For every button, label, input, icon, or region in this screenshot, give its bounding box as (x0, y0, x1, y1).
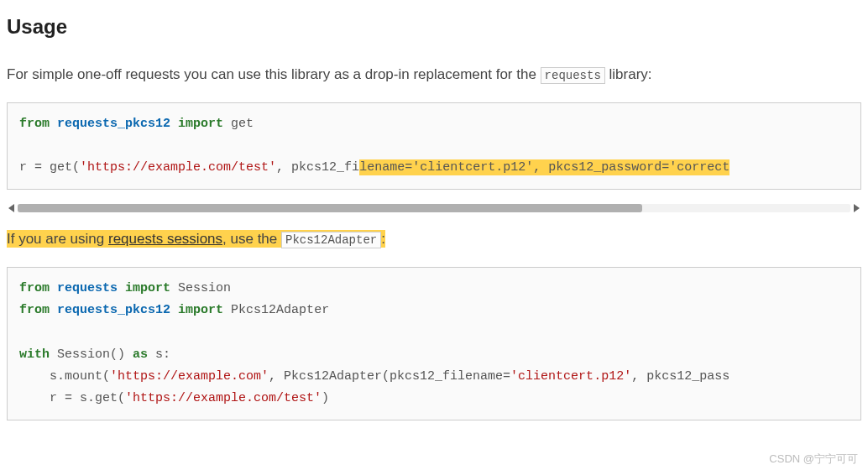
var-s: s: (155, 347, 170, 362)
module-pkcs12: requests_pkcs12 (57, 303, 170, 317)
kw-import: import (125, 281, 170, 295)
intro-paragraph: For simple one-off requests you can use … (7, 64, 861, 86)
kw-import: import (178, 303, 223, 317)
space (223, 117, 231, 131)
args-tail: , pkcs12_pass (631, 369, 729, 384)
horizontal-scrollbar[interactable] (8, 201, 860, 215)
highlight-range: If you are using requests sessions, use … (7, 230, 281, 248)
highlight-range: lename='clientcert.p12', pkcs12_password… (359, 159, 729, 175)
highlighted-code: lename='clientcert.p12', pkcs12_password… (359, 160, 729, 175)
code-1: from requests_pkcs12 import get r = get(… (19, 117, 729, 176)
inline-code-adapter: Pkcs12Adapter (281, 232, 381, 248)
space (148, 347, 155, 362)
indent (19, 369, 50, 384)
args: , Pkcs12Adapter(pkcs12_filename= (269, 369, 510, 384)
symbol-get: get (231, 117, 254, 131)
space (50, 117, 57, 131)
kw-from: from (19, 281, 50, 295)
inline-code-requests: requests (541, 67, 605, 84)
string-host: 'https://example.com' (110, 369, 269, 384)
p2-text-b: , use the (222, 231, 281, 247)
space (50, 303, 57, 317)
symbol-adapter: Pkcs12Adapter (231, 303, 329, 317)
p2-text-a: If you are using (7, 231, 108, 247)
symbol-session: Session (178, 281, 231, 295)
paragraph-sessions: If you are using requests sessions, use … (7, 228, 861, 250)
kw-as: as (133, 347, 148, 362)
intro-text-a: For simple one-off requests you can use … (7, 66, 541, 82)
space (125, 347, 133, 362)
lhs: r (19, 160, 34, 175)
space (170, 281, 178, 295)
kw-with: with (19, 347, 50, 362)
space (50, 347, 57, 362)
call-session: Session() (57, 347, 125, 362)
scroll-right-arrow[interactable] (854, 204, 860, 212)
section-heading: Usage (7, 15, 861, 39)
string-cert: 'clientcert.p12' (510, 369, 631, 384)
code-block-2: from requests import Session from reques… (7, 267, 861, 421)
indent (19, 391, 50, 405)
space (50, 281, 57, 295)
p2-text-c: : (381, 231, 385, 247)
space (118, 281, 125, 295)
string-url: 'https://example.com/test' (125, 391, 322, 405)
call: get( (42, 160, 80, 175)
scrollbar-thumb[interactable] (18, 204, 642, 212)
code-block-1: from requests_pkcs12 import get r = get(… (7, 102, 861, 191)
code-2: from requests import Session from reques… (19, 281, 729, 405)
mount-call: s.mount( (50, 369, 110, 384)
space (223, 303, 231, 317)
highlight-range: Pkcs12Adapter (281, 230, 381, 248)
scrollbar-track[interactable] (18, 204, 850, 212)
op-eq: = (34, 160, 42, 175)
highlight-range: : (381, 230, 385, 248)
space (170, 117, 178, 131)
get-call: s.get( (72, 391, 125, 405)
kw-from: from (19, 303, 50, 317)
link-requests-sessions[interactable]: requests sessions (108, 231, 222, 247)
string-url: 'https://example.com/test' (80, 160, 276, 175)
args: , pkcs12_fi (276, 160, 359, 175)
space (170, 303, 178, 317)
intro-text-b: library: (605, 66, 652, 82)
module-requests: requests (57, 281, 118, 295)
op-eq: = (65, 391, 72, 405)
lhs: r (50, 391, 65, 405)
scroll-left-arrow[interactable] (8, 204, 14, 212)
end-paren: ) (322, 391, 329, 405)
kw-import: import (178, 117, 223, 131)
module-name: requests_pkcs12 (57, 117, 170, 131)
kw-from: from (19, 117, 50, 131)
